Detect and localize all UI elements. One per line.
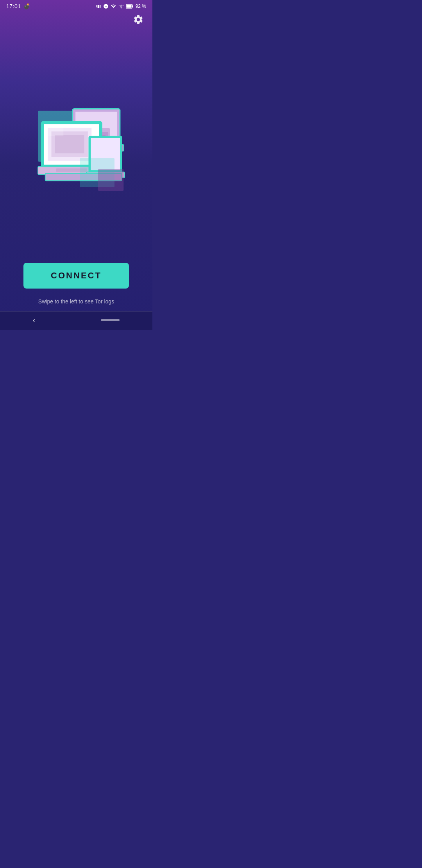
wifi-icon xyxy=(111,4,116,9)
battery-level: 92 % xyxy=(136,4,146,9)
do-not-disturb-icon xyxy=(103,4,109,9)
svg-rect-2 xyxy=(126,5,131,8)
gear-icon xyxy=(133,14,144,25)
bomb-icon: 💣 xyxy=(23,3,30,9)
svg-rect-3 xyxy=(132,5,133,7)
signal-icon xyxy=(118,4,124,9)
home-pill[interactable] xyxy=(101,319,120,321)
connect-area: CONNECT xyxy=(0,263,152,289)
battery-icon xyxy=(126,4,134,9)
laptops-illustration xyxy=(21,89,131,198)
swipe-hint-text: Swipe to the left to see Tor logs xyxy=(38,298,114,305)
laptops-svg xyxy=(21,89,131,198)
illustration-area xyxy=(0,24,152,263)
main-screen: 17:01 💣 xyxy=(0,0,152,330)
svg-rect-16 xyxy=(55,135,84,153)
status-bar: 17:01 💣 xyxy=(0,0,152,11)
connect-button[interactable]: CONNECT xyxy=(23,263,129,289)
status-bar-right: 92 % xyxy=(96,4,146,9)
connect-label: CONNECT xyxy=(51,271,102,281)
status-bar-left: 17:01 💣 xyxy=(6,3,30,9)
svg-rect-25 xyxy=(45,125,64,136)
back-button[interactable]: ‹ xyxy=(33,316,36,325)
svg-point-0 xyxy=(120,7,122,9)
swipe-hint-area: Swipe to the left to see Tor logs xyxy=(0,298,152,311)
nav-bar: ‹ xyxy=(0,311,152,330)
status-time: 17:01 xyxy=(6,3,21,9)
vibrate-icon xyxy=(96,4,101,9)
svg-rect-24 xyxy=(98,169,123,191)
